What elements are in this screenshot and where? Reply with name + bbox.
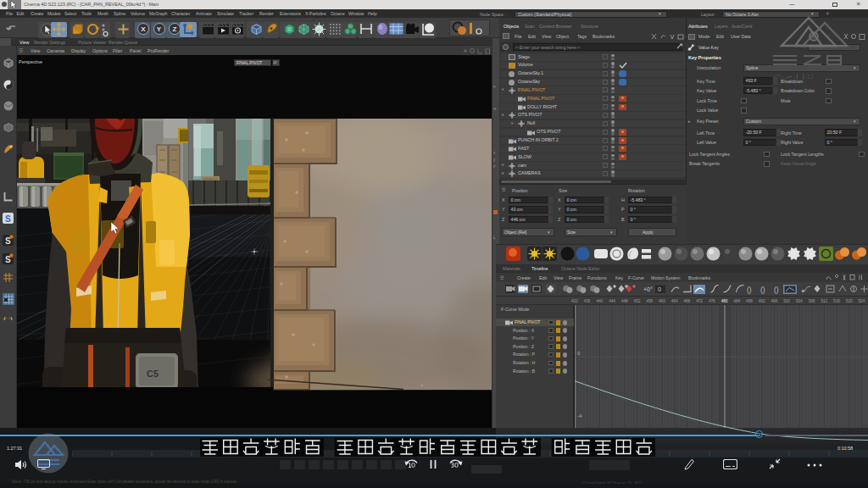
svg-text:(): () [774,285,779,293]
svg-text:◠◡⌐ ⟨ ⟩ □: ◠◡⌐ ⟨ ⟩ □ [775,73,813,80]
svg-text:C5: C5 [147,369,159,379]
svg-text:(): () [747,285,752,293]
svg-text:+0°: +0° [643,286,653,292]
svg-text:S: S [5,214,11,224]
svg-text:0: 0 [658,286,661,292]
svg-text:(): () [760,285,765,293]
